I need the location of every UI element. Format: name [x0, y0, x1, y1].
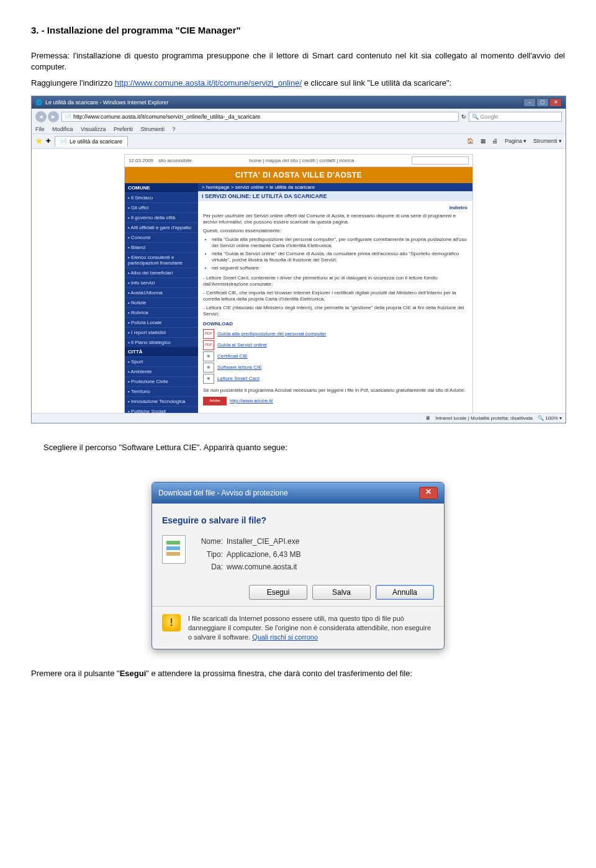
download-heading: DOWNLOAD	[203, 321, 467, 327]
label-tipo: Tipo:	[193, 548, 223, 561]
site-search-input[interactable]	[412, 156, 469, 165]
warning-link[interactable]: Quali rischi si corrono	[252, 633, 318, 641]
mid-paragraph: Scegliere il percorso "Software Lettura …	[43, 442, 565, 453]
feeds-icon[interactable]: ▦	[481, 138, 486, 144]
window-buttons: – ▢ ✕	[523, 98, 562, 107]
dl-guida-pc[interactable]: Guida alla predisposizione del personal …	[217, 331, 326, 337]
adobe-link[interactable]: http://www.adobe.it/	[230, 398, 273, 404]
page-favicon: 📄	[65, 114, 71, 120]
sidebar-item[interactable]: • Innovazione Tecnologica	[125, 396, 198, 406]
sidebar-item[interactable]: • Il Sindaco	[125, 192, 198, 202]
sidebar-item[interactable]: • Gli uffici	[125, 202, 198, 212]
main-p5: - Lettura CIE (rilasciato dal Ministero …	[203, 305, 467, 317]
link-indietro[interactable]: Indietro	[203, 205, 467, 210]
forward-icon[interactable]: ►	[48, 111, 59, 122]
menu-preferiti[interactable]: Preferiti	[114, 126, 133, 132]
sidebar-item[interactable]: • Polizia Locale	[125, 317, 198, 327]
label-da: Da:	[193, 561, 223, 573]
menu-file[interactable]: File	[35, 126, 45, 132]
dialog-question: Eseguire o salvare il file?	[162, 515, 434, 527]
main-li2: nella "Guida ai Servizi online" del Comu…	[212, 251, 467, 263]
annulla-button[interactable]: Annulla	[376, 585, 434, 600]
favorites-star-icon[interactable]: ⭐	[35, 138, 42, 144]
menu-help[interactable]: ?	[173, 126, 176, 132]
back-icon[interactable]: ◄	[35, 111, 47, 122]
status-zone: Intranet locale | Modalità protetta: dis…	[435, 415, 533, 421]
download-dialog: Download del file - Avviso di protezione…	[151, 482, 445, 649]
dl-guida-servizi[interactable]: Guida ai Servizi online	[217, 342, 267, 348]
esegui-button[interactable]: Esegui	[249, 585, 307, 600]
adobe-reader-icon: Adobe	[203, 397, 227, 405]
site-accessible: sito accessibile	[158, 158, 192, 163]
site-topbar: 12.03.2009 sito accessibile home | mappa…	[125, 155, 472, 167]
main-li3: nei seguenti software:	[212, 265, 467, 271]
sidebar-item[interactable]: • Territorio	[125, 386, 198, 396]
outro-bold: Esegui	[120, 669, 147, 678]
search-box[interactable]: 🔍 Google	[469, 112, 562, 122]
sidebar-heading-citta: CITTÀ	[125, 347, 198, 356]
tab-label: Le utilità da scaricare	[70, 138, 122, 145]
sidebar-item[interactable]: • Ambiente	[125, 366, 198, 376]
menu-modifica[interactable]: Modifica	[52, 126, 73, 132]
value-nome: Installer_CIE_API.exe	[227, 537, 299, 546]
value-da: www.comune.aosta.it	[227, 563, 297, 571]
sidebar-item[interactable]: • Il governo della città	[125, 212, 198, 222]
site-topnav[interactable]: home | mappa del sito | crediti | contat…	[249, 158, 354, 163]
ie-statusbar: 🖥 Intranet locale | Modalità protetta: d…	[32, 413, 566, 423]
sidebar-item[interactable]: • I report statistici	[125, 327, 198, 337]
home-icon[interactable]: 🏠	[467, 138, 474, 144]
zone-icon: 🖥	[425, 415, 430, 421]
sidebar-item[interactable]: • Protezione Civile	[125, 376, 198, 386]
intro2b: e cliccare sul link "Le utilità da scari…	[302, 78, 451, 88]
page-menu[interactable]: Pagina ▾	[505, 138, 527, 144]
sidebar-item[interactable]: • Notizie	[125, 297, 198, 307]
refresh-icon[interactable]: ↻	[461, 114, 466, 120]
link-comune-aosta[interactable]: http://www.comune.aosta.it/it/comune/ser…	[115, 78, 302, 88]
site-main: > homepage > servizi online > le utilità…	[198, 183, 472, 413]
menu-strumenti[interactable]: Strumenti	[140, 126, 165, 132]
sidebar-item[interactable]: • Albo dei beneficiari	[125, 268, 198, 278]
ie-menubar: File Modifica Visualizza Preferiti Strum…	[32, 125, 566, 134]
tab-favicon: 📄	[60, 138, 67, 145]
address-bar[interactable]: 📄 http://www.comune.aosta.it/it/comune/s…	[61, 112, 459, 122]
maximize-icon[interactable]: ▢	[536, 98, 549, 107]
sidebar-item[interactable]: • Bilanci	[125, 242, 198, 252]
dialog-close-icon[interactable]: ✕	[419, 487, 438, 499]
site-sidebar: COMUNE • Il Sindaco• Gli uffici• Il gove…	[125, 183, 198, 413]
menu-visualizza[interactable]: Visualizza	[81, 126, 106, 132]
sidebar-item[interactable]: • Concorsi	[125, 232, 198, 242]
sidebar-item[interactable]: • Aosta1Nforma	[125, 287, 198, 297]
sidebar-item[interactable]: • Sport	[125, 356, 198, 366]
ie-tab-row: ⭐ ✚ 📄 Le utilità da scaricare 🏠 ▦ 🖨 Pagi…	[32, 134, 566, 149]
dl-certificati-cie[interactable]: Certificati CIE	[217, 353, 248, 359]
intro-paragraph-2: Raggiungere l'indirizzo http://www.comun…	[31, 78, 565, 89]
section-heading: 3. - Installazione del programma "CIE Ma…	[31, 25, 565, 35]
sidebar-item[interactable]: • Elenco consulenti e partecipazioni fin…	[125, 252, 198, 268]
sidebar-item[interactable]: • Rubrica	[125, 307, 198, 317]
address-url: http://www.comune.aosta.it/it/comune/ser…	[73, 114, 260, 120]
main-p4: - Certificati CIE, che importa nel brows…	[203, 290, 467, 302]
sidebar-item[interactable]: • Il Piano strategico	[125, 337, 198, 347]
tools-menu[interactable]: Strumenti ▾	[533, 138, 562, 144]
close-icon[interactable]: ✕	[549, 98, 562, 107]
outro-a: Premere ora il pulsante "	[31, 669, 120, 678]
sidebar-item[interactable]: • Politiche Sociali	[125, 406, 198, 413]
print-icon[interactable]: 🖨	[492, 138, 498, 144]
browser-tab[interactable]: 📄 Le utilità da scaricare	[55, 136, 128, 147]
intro-paragraph-1: Premessa: l'installazione di questo prog…	[31, 50, 565, 73]
adobe-text: Se non possedete il programma Acrobat ne…	[203, 387, 467, 394]
sidebar-item[interactable]: • Info servizi	[125, 278, 198, 287]
site-content: 12.03.2009 sito accessibile home | mappa…	[124, 154, 473, 413]
salva-button[interactable]: Salva	[312, 585, 371, 600]
dl-software-lettura-cie[interactable]: Software lettura CIE	[217, 364, 262, 370]
dialog-title-text: Download del file - Avviso di protezione	[158, 489, 419, 497]
favorites-add-icon[interactable]: ✚	[46, 138, 51, 144]
minimize-icon[interactable]: –	[523, 98, 536, 107]
sidebar-item[interactable]: • Atti ufficiali e gare d'appalto	[125, 222, 198, 232]
intro2a: Raggiungere l'indirizzo	[31, 78, 115, 88]
zoom-level[interactable]: 🔍 100% ▾	[538, 415, 562, 421]
pkg-icon: ▣	[203, 363, 214, 373]
dl-lettore-smart-card[interactable]: Lettore Smart Card	[217, 376, 260, 381]
file-type-icon	[162, 535, 186, 564]
value-tipo: Applicazione, 6,43 MB	[227, 550, 300, 559]
